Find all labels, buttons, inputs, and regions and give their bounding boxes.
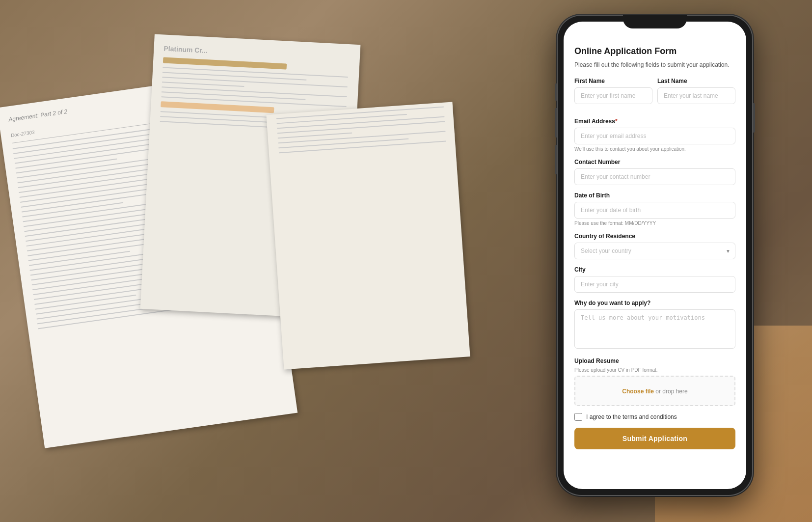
city-label: City bbox=[574, 266, 735, 273]
date-of-birth-field: Date of Birth Please use the format: MM/… bbox=[574, 192, 735, 226]
contact-number-input[interactable] bbox=[574, 168, 735, 185]
terms-checkbox[interactable] bbox=[574, 413, 582, 421]
date-of-birth-label: Date of Birth bbox=[574, 192, 735, 199]
resume-hint: Please upload your CV in PDF format. bbox=[574, 367, 735, 373]
motivation-label: Why do you want to apply? bbox=[574, 300, 735, 306]
phone-screen: Online Application Form Please fill out … bbox=[564, 22, 746, 489]
motivation-field: Why do you want to apply? bbox=[574, 300, 735, 351]
form-title: Online Application Form bbox=[574, 46, 735, 57]
volume-down-button bbox=[555, 145, 557, 174]
last-name-input[interactable] bbox=[657, 87, 735, 104]
resume-field: Upload Resume Please upload your CV in P… bbox=[574, 357, 735, 406]
last-name-label: Last Name bbox=[657, 78, 735, 84]
country-select[interactable]: Select your country bbox=[574, 243, 735, 259]
upload-link[interactable]: Choose file bbox=[622, 388, 654, 395]
email-hint: We'll use this to contact you about your… bbox=[574, 146, 735, 152]
contact-number-label: Contact Number bbox=[574, 159, 735, 165]
submit-button[interactable]: Submit Application bbox=[574, 428, 735, 449]
motivation-textarea[interactable] bbox=[574, 309, 735, 349]
volume-up-button bbox=[555, 108, 557, 137]
date-of-birth-hint: Please use the format: MM/DD/YYYY bbox=[574, 220, 735, 226]
country-field: Country of Residence Select your country… bbox=[574, 233, 735, 259]
email-input[interactable] bbox=[574, 128, 735, 144]
terms-label: I agree to the terms and conditions bbox=[586, 413, 677, 420]
country-select-wrapper: Select your country ▼ bbox=[574, 243, 735, 259]
contact-number-field: Contact Number bbox=[574, 159, 735, 185]
name-row: First Name Last Name bbox=[574, 78, 735, 111]
email-label: Email Address* bbox=[574, 118, 735, 125]
phone-body: Online Application Form Please fill out … bbox=[557, 15, 753, 496]
terms-row: I agree to the terms and conditions bbox=[574, 413, 735, 421]
power-button bbox=[753, 103, 755, 133]
form-subtitle: Please fill out the following fields to … bbox=[574, 61, 735, 69]
first-name-label: First Name bbox=[574, 78, 652, 84]
last-name-field: Last Name bbox=[657, 78, 735, 104]
city-input[interactable] bbox=[574, 276, 735, 293]
phone-notch bbox=[623, 15, 687, 28]
mute-button bbox=[555, 83, 557, 101]
city-field: City bbox=[574, 266, 735, 293]
email-field: Email Address* We'll use this to contact… bbox=[574, 118, 735, 152]
form-scroll-area[interactable]: Online Application Form Please fill out … bbox=[564, 36, 746, 489]
date-of-birth-input[interactable] bbox=[574, 202, 735, 219]
first-name-field: First Name bbox=[574, 78, 652, 104]
first-name-input[interactable] bbox=[574, 87, 652, 104]
phone-device: Online Application Form Please fill out … bbox=[557, 15, 753, 496]
document-paper-3 bbox=[266, 102, 470, 369]
upload-drop-text: or drop here bbox=[654, 388, 688, 395]
resume-label: Upload Resume bbox=[574, 357, 735, 364]
required-marker: * bbox=[615, 118, 618, 125]
country-label: Country of Residence bbox=[574, 233, 735, 240]
upload-area[interactable]: Choose file or drop here bbox=[574, 376, 735, 406]
upload-text: Choose file or drop here bbox=[622, 388, 687, 395]
